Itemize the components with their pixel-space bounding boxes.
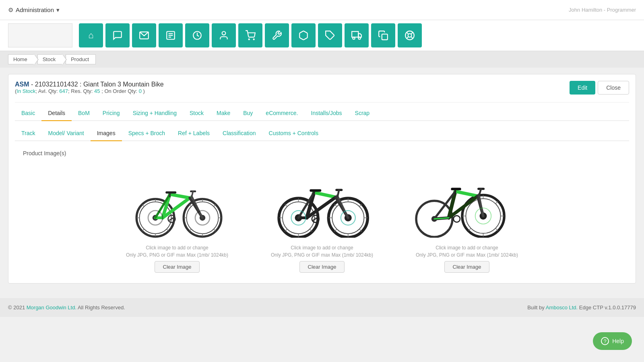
product-card: ASM - 210321101432 : Giant Talon 3 Mount… (8, 74, 636, 284)
breadcrumb-product[interactable]: Product (66, 54, 96, 64)
stock-status: In Stock (17, 88, 35, 94)
nav-clock-button[interactable] (185, 23, 209, 47)
header-buttons: Edit Close (570, 81, 629, 95)
admin-link[interactable]: Administration (16, 6, 54, 13)
tab-ecommerce[interactable]: eCommerce. (259, 106, 304, 121)
tab-classification[interactable]: Classification (216, 126, 262, 141)
footer-company-link[interactable]: Morgan Goodwin Ltd. (27, 304, 76, 311)
help-circle-icon: ? (601, 337, 609, 345)
top-bar: ⚙ Administration ▾ John Hamilton - Progr… (0, 0, 644, 20)
avl-label: Avl. Qty: (38, 88, 58, 94)
tab-track[interactable]: Track (15, 126, 41, 141)
image-item-2: Click image to add or change Only JPG, P… (254, 161, 390, 273)
footer-ambosco-link[interactable]: Ambosco Ltd. (546, 304, 578, 311)
svg-marker-11 (358, 34, 361, 37)
order-qty: 0 (139, 88, 142, 94)
avl-qty: 647 (59, 88, 68, 94)
product-dash: - (31, 81, 35, 88)
tab-ref-labels[interactable]: Ref + Labels (171, 126, 216, 141)
svg-point-13 (358, 37, 360, 39)
primary-tabs: Basic Details BoM Pricing Sizing + Handl… (15, 106, 629, 121)
svg-point-119 (454, 216, 460, 222)
image-upload-1[interactable] (109, 161, 246, 242)
images-section: Product Image(s) (15, 146, 629, 277)
divider-1 (15, 102, 629, 103)
tab-customs[interactable]: Customs + Controls (262, 126, 325, 141)
tab-installs[interactable]: Installs/Jobs (305, 106, 349, 121)
svg-rect-14 (382, 34, 388, 40)
nav-home-button[interactable]: ⌂ (79, 23, 103, 47)
image-upload-3[interactable] (398, 161, 535, 242)
svg-rect-117 (451, 188, 461, 190)
product-code: 210321101432 (35, 81, 78, 88)
nav-inventory-button[interactable] (291, 23, 316, 47)
user-info: John Hamilton - Programmer (569, 7, 636, 13)
secondary-tabs: Track Model/ Variant Images Specs + Broc… (15, 126, 629, 141)
tab-make[interactable]: Make (210, 106, 237, 121)
footer-copyright: © 2021 Morgan Goodwin Ltd. All Rights Re… (8, 304, 125, 311)
svg-line-19 (411, 32, 413, 34)
images-grid: Click image to add or change Only JPG, P… (15, 161, 629, 273)
svg-rect-10 (352, 31, 358, 37)
image-item-3: Click image to add or change Only JPG, P… (398, 161, 535, 273)
nav-notes-button[interactable] (159, 23, 183, 47)
res-qty: 45 (94, 88, 100, 94)
tab-specs[interactable]: Specs + Broch (122, 126, 171, 141)
nav-copy-button[interactable] (371, 23, 395, 47)
breadcrumb-stock[interactable]: Stock (37, 54, 63, 64)
admin-section[interactable]: ⚙ Administration ▾ (8, 6, 60, 14)
svg-line-81 (314, 193, 336, 197)
footer-built-by: Built by Ambosco Ltd. Edge CTP v.1.0.0.1… (527, 304, 636, 311)
help-button[interactable]: ? Help (593, 332, 632, 350)
main-content: ASM - 210321101432 : Giant Talon 3 Mount… (0, 68, 644, 290)
logo (8, 23, 72, 47)
image-caption-2: Click image to add or change Only JPG, P… (271, 244, 373, 259)
tab-sizing[interactable]: Sizing + Handling (126, 106, 183, 121)
clear-image-button-1[interactable]: Clear Image (155, 261, 200, 273)
close-button[interactable]: Close (598, 81, 629, 95)
svg-line-17 (407, 32, 409, 34)
images-section-label: Product Image(s) (19, 150, 66, 156)
nav-tag-button[interactable] (318, 23, 342, 47)
tab-pricing[interactable]: Pricing (96, 106, 126, 121)
image-item-1: Click image to add or change Only JPG, P… (109, 161, 246, 273)
nav-email-button[interactable] (132, 23, 156, 47)
image-caption-1: Click image to add or change Only JPG, P… (126, 244, 228, 259)
product-header: ASM - 210321101432 : Giant Talon 3 Mount… (15, 81, 629, 99)
svg-rect-89 (310, 189, 321, 191)
dropdown-arrow: ▾ (56, 6, 60, 14)
nav-bar: ⌂ (0, 20, 644, 51)
clear-image-button-3[interactable]: Clear Image (444, 261, 490, 273)
footer: © 2021 Morgan Goodwin Ltd. All Rights Re… (0, 298, 644, 317)
nav-tools-button[interactable] (265, 23, 289, 47)
clear-image-button-2[interactable]: Clear Image (299, 261, 345, 273)
svg-line-18 (411, 37, 413, 39)
tab-images[interactable]: Images (91, 126, 122, 141)
tab-model-variant[interactable]: Model/ Variant (41, 126, 90, 141)
status-paren-close: ) (142, 88, 145, 94)
tab-buy[interactable]: Buy (237, 106, 259, 121)
tab-details[interactable]: Details (41, 106, 72, 121)
svg-line-20 (407, 37, 409, 39)
edit-button[interactable]: Edit (570, 81, 595, 95)
svg-point-7 (249, 39, 250, 40)
gear-icon: ⚙ (8, 6, 13, 14)
nav-support-button[interactable] (398, 23, 422, 47)
tab-bom[interactable]: BoM (72, 106, 96, 121)
svg-point-8 (254, 39, 254, 40)
svg-line-109 (455, 191, 478, 196)
nav-truck-button[interactable] (345, 23, 369, 47)
svg-line-44 (170, 194, 190, 198)
tab-basic[interactable]: Basic (15, 106, 41, 121)
image-upload-2[interactable] (254, 161, 390, 242)
tab-scrap[interactable]: Scrap (349, 106, 376, 121)
status-sep3: ; (100, 88, 105, 94)
nav-chat-button[interactable] (105, 23, 130, 47)
breadcrumb-home[interactable]: Home (8, 54, 34, 64)
nav-contacts-button[interactable] (212, 23, 236, 47)
tab-stock[interactable]: Stock (183, 106, 210, 121)
nav-cart-button[interactable] (238, 23, 262, 47)
order-label: On Order Qty: (104, 88, 137, 94)
res-label: Res. Qty: (71, 88, 93, 94)
product-colon: : (80, 81, 83, 88)
